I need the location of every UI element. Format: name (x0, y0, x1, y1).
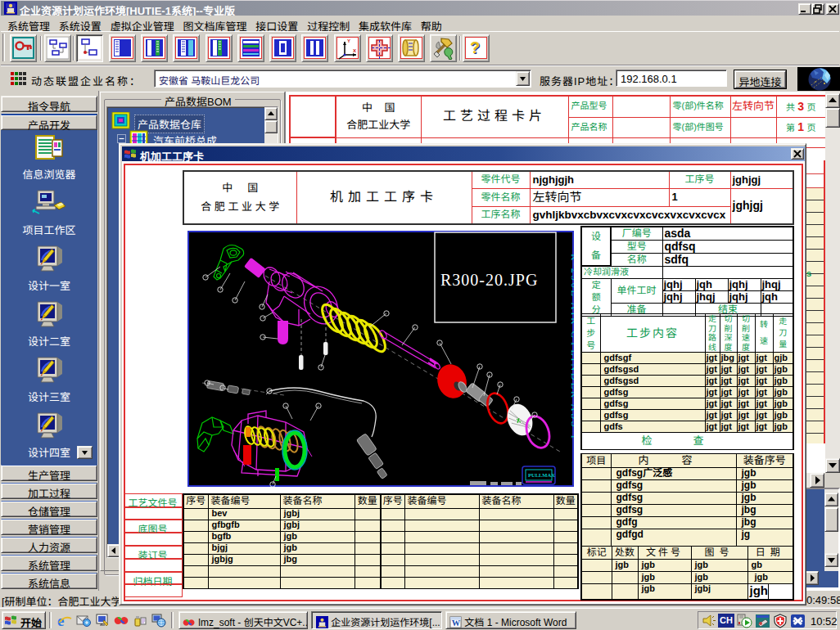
svg-text:Y: Y (347, 38, 350, 43)
svg-text:?: ? (470, 38, 480, 56)
svg-text:R-250E AIR CYLINDER ASS'Y: R-250E AIR CYLINDER ASS'Y (569, 254, 574, 443)
svg-text:PULLMAX: PULLMAX (528, 472, 555, 478)
svg-text:R300-20.JPG: R300-20.JPG (440, 271, 538, 289)
svg-text:X: X (353, 48, 356, 53)
svg-text:W: W (452, 619, 461, 628)
